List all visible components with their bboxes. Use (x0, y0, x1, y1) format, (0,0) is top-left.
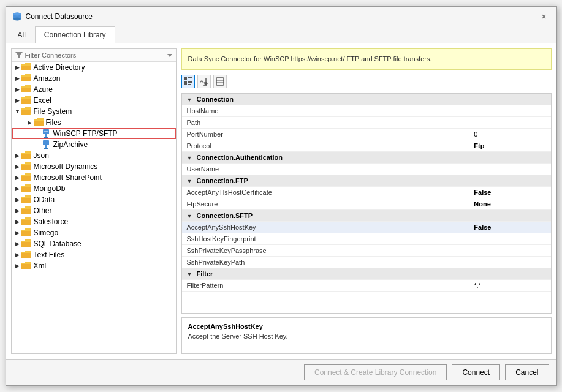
tree-item-microsoft-sharepoint[interactable]: ▶ Microsoft SharePoint (12, 172, 176, 183)
svg-rect-12 (43, 140, 49, 145)
prop-row-ssh-fingerprint[interactable]: SshHostKeyFingerprint (182, 233, 551, 244)
tree-item-simego[interactable]: ▶ Simego (12, 227, 176, 238)
prop-row-path[interactable]: Path (182, 116, 551, 128)
right-panel: Data Sync Connector for WinSCP https://w… (181, 48, 552, 354)
section-header-ftp[interactable]: ▼ Connection.FTP (182, 175, 551, 186)
tree-item-active-directory[interactable]: ▶ Active Directory (12, 62, 176, 73)
tree-item-salesforce[interactable]: ▶ Salesforce (12, 216, 176, 227)
filter-expand-icon (167, 53, 172, 58)
section-header-connection[interactable]: ▼ Connection (182, 94, 551, 105)
filter-icon (15, 51, 23, 59)
item-label: Simego (34, 228, 59, 237)
prop-value (469, 233, 550, 244)
prop-row-username[interactable]: UserName (182, 163, 551, 175)
description-box: Data Sync Connector for WinSCP https://w… (181, 48, 552, 70)
item-label: ZipArchive (53, 140, 88, 149)
folder-icon (21, 217, 31, 226)
expand-arrow: ▶ (14, 64, 21, 70)
folder-icon (21, 206, 31, 215)
prop-name: AcceptAnySshHostKey (182, 221, 469, 233)
tree-item-sql-database[interactable]: ▶ SQL Database (12, 238, 176, 249)
folder-icon (34, 118, 44, 127)
prop-row-protocol[interactable]: Protocol Ftp (182, 140, 551, 151)
expand-arrow: ▶ (14, 75, 21, 81)
tree-item-excel[interactable]: ▶ Excel (12, 95, 176, 106)
folder-open-icon (21, 107, 31, 116)
prop-row-ftpsecure[interactable]: FtpSecure None (182, 198, 551, 209)
tree-item-odata[interactable]: ▶ OData (12, 194, 176, 205)
prop-row-filter-pattern[interactable]: FilterPattern *.* (182, 279, 551, 291)
connector-icon (41, 140, 51, 149)
filter-label: Filter Connectors (25, 51, 77, 59)
tree-item-xml[interactable]: ▶ Xml (12, 260, 176, 271)
tree-item-amazon[interactable]: ▶ Amazon (12, 73, 176, 84)
svg-rect-14 (44, 148, 48, 149)
left-panel: Filter Connectors ▶ Active Directory ▶ A… (11, 48, 177, 354)
prop-name: FilterPattern (182, 279, 469, 291)
folder-icon (21, 184, 31, 193)
tree-item-ziparchive[interactable]: ZipArchive (12, 139, 176, 150)
item-label: SQL Database (34, 239, 82, 248)
tree-item-json[interactable]: ▶ Json (12, 150, 176, 161)
svg-point-2 (13, 17, 21, 20)
tree-item-file-system[interactable]: ▼ File System (12, 106, 176, 117)
tree-item-other[interactable]: ▶ Other (12, 205, 176, 216)
item-label: Other (34, 206, 52, 215)
expand-arrow: ▶ (14, 86, 21, 92)
svg-marker-5 (167, 54, 172, 57)
prop-value: False (469, 221, 550, 233)
tree-item-files[interactable]: ▶ Files (12, 117, 176, 128)
tab-all[interactable]: All (9, 26, 35, 43)
svg-rect-7 (45, 134, 47, 137)
view-categorized-button[interactable] (181, 75, 195, 88)
prop-name: AcceptAnyTlsHostCertificate (182, 186, 469, 198)
detail-description: Accept the Server SSH Host Key. (188, 333, 545, 340)
connect-button[interactable]: Connect (452, 364, 500, 380)
prop-value: None (469, 198, 550, 209)
item-label: Files (46, 118, 61, 127)
expand-arrow: ▶ (14, 252, 21, 258)
tree-item-azure[interactable]: ▶ Azure (12, 84, 176, 95)
prop-name: PortNumber (182, 128, 469, 140)
item-label: Text Files (34, 251, 65, 259)
tree-item-microsoft-dynamics[interactable]: ▶ Microsoft Dynamics (12, 161, 176, 172)
prop-row-accept-tls[interactable]: AcceptAnyTlsHostCertificate False (182, 186, 551, 198)
svg-rect-24 (216, 78, 224, 85)
section-header-sftp[interactable]: ▼ Connection.SFTP (182, 209, 551, 221)
connect-create-button[interactable]: Connect & Create Library Connection (304, 364, 447, 380)
prop-value: False (469, 186, 550, 198)
tab-connection-library[interactable]: Connection Library (35, 26, 115, 43)
folder-icon (21, 251, 31, 259)
folder-icon (21, 63, 31, 72)
prop-value: 0 (469, 128, 550, 140)
footer: Connect & Create Library Connection Conn… (6, 359, 556, 385)
item-label: Azure (34, 85, 53, 94)
prop-name: SshPrivateKeyPath (182, 256, 469, 268)
view-sorted-button[interactable]: A Z (197, 75, 211, 88)
section-header-auth[interactable]: ▼ Connection.Authentication (182, 151, 551, 163)
svg-rect-17 (184, 81, 187, 85)
folder-icon (21, 96, 31, 105)
item-label: Microsoft Dynamics (34, 162, 98, 171)
tree-area[interactable]: ▶ Active Directory ▶ Amazon ▶ Azure (12, 62, 176, 353)
cancel-button[interactable]: Cancel (505, 364, 549, 380)
tree-item-text-files[interactable]: ▶ Text Files (12, 249, 176, 260)
prop-row-ssh-keypath[interactable]: SshPrivateKeyPath (182, 256, 551, 268)
item-label: Xml (34, 262, 47, 270)
expand-arrow: ▼ (14, 108, 21, 115)
prop-row-portnumber[interactable]: PortNumber 0 (182, 128, 551, 140)
prop-row-accept-ssh[interactable]: AcceptAnySshHostKey False (182, 221, 551, 233)
prop-row-ssh-passphrase[interactable]: SshPrivateKeyPassphrase (182, 244, 551, 256)
section-header-filter[interactable]: ▼ Filter (182, 268, 551, 279)
folder-icon (21, 228, 31, 237)
section-label: Filter (196, 270, 213, 277)
prop-name: Path (182, 116, 469, 128)
close-button[interactable]: × (538, 10, 550, 23)
section-expand-icon: ▼ (187, 213, 192, 219)
view-pages-button[interactable] (213, 75, 227, 88)
prop-row-hostname[interactable]: HostName (182, 105, 551, 116)
properties-toolbar: A Z (181, 74, 552, 89)
expand-arrow: ▶ (26, 119, 34, 126)
tree-item-winscp[interactable]: WinSCP FTP/SFTP (12, 128, 176, 139)
tree-item-mongodb[interactable]: ▶ MongoDb (12, 183, 176, 194)
